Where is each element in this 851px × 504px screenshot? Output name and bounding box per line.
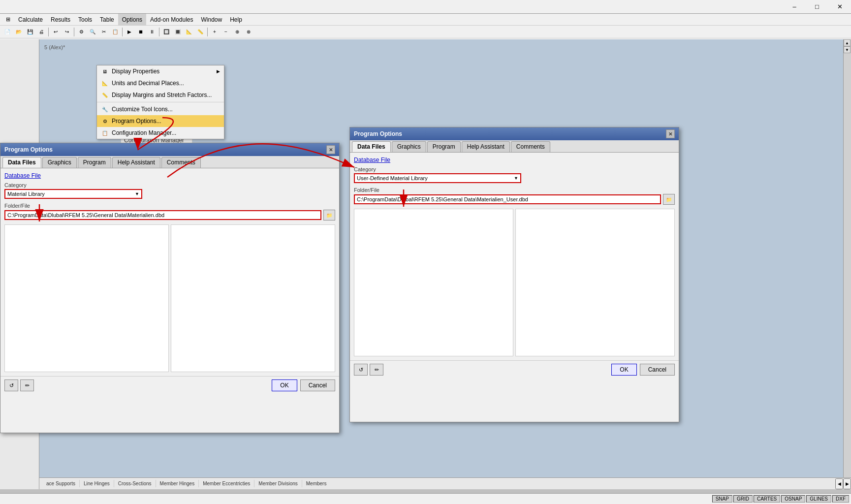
dropdown-config-manager[interactable]: 📋 Configuration Manager... [97,127,224,139]
toolbar-btn-7[interactable]: ▶ [124,27,135,37]
tab-graphics-left[interactable]: Graphics [42,157,77,168]
tab-data-files-left[interactable]: Data Files [2,157,41,168]
dropdown-display-properties[interactable]: 🖥 Display Properties [97,65,224,77]
tab-comments-right[interactable]: Comments [511,141,550,152]
close-button[interactable]: ✕ [828,0,851,14]
tab-help-right[interactable]: Help Assistant [462,141,510,152]
tab-members[interactable]: Members [302,480,331,487]
toolbar-btn-16[interactable]: ⊕ [232,27,243,37]
toolbar-btn-6[interactable]: 📋 [110,27,121,37]
toolbar-btn-5[interactable]: ✂ [98,27,109,37]
dialog-right-content: Database File Category User-Defined Mate… [350,153,679,360]
menu-item-addon[interactable]: Add-on Modules [146,14,197,25]
toolbar-btn-17[interactable]: ⊗ [243,27,254,37]
title-bar: – □ ✕ [0,0,851,14]
panel-right-detail [515,209,675,356]
toolbar-btn-9[interactable]: ⏸ [147,27,158,37]
panel-left-tree [4,224,169,372]
edit-btn-right[interactable]: ✏ [370,364,383,376]
toolbar-btn-13[interactable]: 📏 [195,27,206,37]
ok-btn-left[interactable]: OK [272,379,297,391]
folder-text-right[interactable]: C:\ProgramData\Dlubal\RFEM 5.25\General … [354,194,661,204]
tab-nav-right[interactable]: ▶ [843,478,851,489]
minimize-button[interactable]: – [783,0,806,14]
cancel-btn-right[interactable]: Cancel [640,364,675,376]
scroll-down-btn[interactable]: ▼ [844,46,851,53]
footer-icons-left: ↺ ✏ [4,379,34,391]
tab-member-hinges[interactable]: Member Hinges [156,480,199,487]
status-dxf[interactable]: DXF [832,495,849,503]
menu-item-calculate[interactable]: Calculate [14,14,47,25]
menu-item-results[interactable]: Results [47,14,74,25]
ok-btn-right[interactable]: OK [611,364,636,376]
folder-input-right: C:\ProgramData\Dlubal\RFEM 5.25\General … [354,194,675,205]
menu-bar: ⊞ Calculate Results Tools Table Options … [0,14,851,26]
toolbar-btn-3[interactable]: ⚙ [76,27,87,37]
toolbar-new[interactable]: 📄 [2,27,13,37]
maximize-button[interactable]: □ [806,0,828,14]
tab-program-right[interactable]: Program [427,141,461,152]
units-icon: 📐 [101,79,109,87]
status-grid[interactable]: GRID [733,495,753,503]
split-panel-right [354,209,675,356]
toolbar-btn-11[interactable]: 🔳 [172,27,183,37]
dialog-right-titlebar[interactable]: Program Options ✕ [350,127,679,140]
toolbar-open[interactable]: 📂 [13,27,24,37]
toolbar-btn-14[interactable]: + [209,27,220,37]
tab-help-left[interactable]: Help Assistant [112,157,160,168]
folder-label-left: Folder/File [4,203,335,209]
toolbar-btn-10[interactable]: 🔲 [161,27,172,37]
status-snap[interactable]: SNAP [712,495,732,503]
folder-text-left[interactable]: C:\ProgramData\Dlubal\RFEM 5.25\General … [4,210,321,220]
status-cartes[interactable]: CARTES [754,495,780,503]
menu-item-window[interactable]: Window [197,14,226,25]
browse-btn-left[interactable]: 📁 [323,210,335,220]
tab-supports[interactable]: ace Supports [42,480,80,487]
footer-icons-right: ↺ ✏ [354,364,383,376]
tab-program-left[interactable]: Program [78,157,111,168]
sep-4 [159,28,159,36]
dropdown-customize[interactable]: 🔧 Customize Tool Icons... [97,103,224,115]
tab-eccentricities[interactable]: Member Eccentricties [199,480,254,487]
tab-cross-sections[interactable]: Cross-Sections [114,480,156,487]
folder-label-right: Folder/File [354,187,675,193]
menu-item-tools[interactable]: Tools [74,14,96,25]
menu-item-table[interactable]: Table [96,14,118,25]
menu-item-help[interactable]: Help [226,14,246,25]
browse-btn-right[interactable]: 📁 [663,194,675,205]
tab-graphics-right[interactable]: Graphics [392,141,426,152]
category-select-left[interactable]: Material Library ▼ [4,189,142,199]
tab-comments-left[interactable]: Comments [161,157,201,168]
dropdown-arrow-left: ▼ [135,191,139,196]
tab-nav-left[interactable]: ◀ [835,478,843,489]
dialog-left-close[interactable]: ✕ [326,145,335,154]
tab-divisions[interactable]: Member Divisions [254,480,302,487]
reset-btn-right[interactable]: ↺ [354,364,368,376]
scroll-up-btn[interactable]: ▲ [844,39,851,46]
dialog-left-tabs: Data Files Graphics Program Help Assista… [0,156,339,168]
toolbar-undo[interactable]: ↩ [50,27,61,37]
dialog-right-close[interactable]: ✕ [666,129,675,138]
menu-item-file[interactable]: ⊞ [2,14,14,25]
toolbar-btn-15[interactable]: − [221,27,231,37]
cancel-btn-left[interactable]: Cancel [300,379,335,391]
menu-item-options[interactable]: Options [118,14,146,25]
toolbar-redo[interactable]: ↪ [62,27,72,37]
toolbar-btn-4[interactable]: 🔍 [87,27,98,37]
toolbar-save[interactable]: 💾 [25,27,35,37]
toolbar-btn-12[interactable]: 📐 [184,27,194,37]
tab-data-files-right[interactable]: Data Files [352,141,391,152]
tab-line-hinges[interactable]: Line Hinges [80,480,114,487]
options-dropdown: 🖥 Display Properties 📐 Units and Decimal… [96,65,224,139]
toolbar-btn-8[interactable]: ⏹ [135,27,146,37]
status-osnap[interactable]: OSNAP [781,495,805,503]
dropdown-units[interactable]: 📐 Units and Decimal Places... [97,77,224,89]
toolbar-print[interactable]: 🖨 [36,27,47,37]
category-select-right[interactable]: User-Defined Material Library ▼ [354,173,521,183]
reset-btn-left[interactable]: ↺ [4,379,18,391]
edit-btn-left[interactable]: ✏ [20,379,34,391]
dialog-left-titlebar[interactable]: Program Options ✕ [0,143,339,156]
status-glines[interactable]: GLINES [806,495,831,503]
dropdown-margins[interactable]: 📏 Display Margins and Stretch Factors... [97,89,224,101]
dropdown-program-options[interactable]: ⚙ Program Options... [97,115,224,127]
